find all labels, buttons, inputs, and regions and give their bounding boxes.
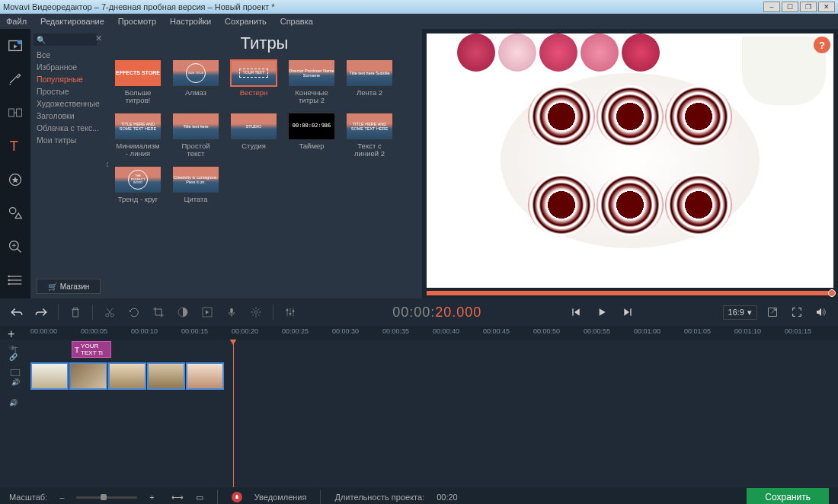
minimize-button[interactable]: –	[763, 2, 780, 12]
more-tool-icon[interactable]	[5, 270, 26, 291]
notifications-label[interactable]: Уведомления	[254, 493, 307, 502]
category-item[interactable]: Облачка с текс...	[34, 122, 104, 134]
tracks-area[interactable]: 👁 🔗 T YOUR TEXT Ti 🔊	[30, 340, 838, 487]
category-item[interactable]: Популярные	[34, 73, 104, 85]
video-clip[interactable]	[30, 362, 69, 390]
category-item[interactable]: Простые	[34, 85, 104, 97]
filters-tool-icon[interactable]	[5, 69, 26, 90]
help-icon[interactable]: ?	[814, 37, 830, 53]
title-clip[interactable]: T YOUR TEXT Ti	[72, 341, 111, 358]
category-search-input[interactable]	[34, 33, 97, 46]
properties-button[interactable]	[247, 303, 265, 321]
rotate-button[interactable]	[125, 303, 143, 321]
left-toolbar: T	[0, 29, 30, 298]
title-preset[interactable]: TITLE HERE AND SOME TEXT HEREМинимализм …	[114, 113, 162, 158]
prev-button[interactable]	[567, 303, 585, 321]
video-track[interactable]	[30, 361, 838, 393]
import-tool-icon[interactable]	[5, 35, 26, 56]
menu-help[interactable]: Справка	[280, 17, 313, 26]
zoom-tool-icon[interactable]	[5, 236, 26, 257]
stickers-tool-icon[interactable]	[5, 169, 26, 190]
close-button[interactable]: ✕	[818, 2, 835, 12]
title-thumb: SUB TITLE	[172, 59, 219, 87]
video-clip[interactable]	[147, 362, 185, 390]
play-button[interactable]	[593, 303, 611, 321]
music-track[interactable]: 🔊	[30, 393, 838, 414]
title-preset[interactable]: STUDIOСтудия	[230, 113, 277, 158]
title-preset[interactable]: SUB TITLEАлмаз	[172, 59, 219, 105]
redo-button[interactable]	[32, 303, 50, 321]
title-preset[interactable]: 00:00:02:986Таймер	[288, 113, 335, 158]
title-thumb: Director Producer Name Surname	[288, 59, 335, 87]
ruler-tick: 00:01:10	[734, 327, 761, 335]
title-preset[interactable]: EFFECTS STOREБольше титров!	[114, 59, 162, 105]
shapes-tool-icon[interactable]	[5, 203, 26, 224]
title-track[interactable]: 👁 🔗 T YOUR TEXT Ti	[30, 340, 838, 361]
volume-button[interactable]	[812, 303, 830, 321]
crop-button[interactable]	[149, 303, 168, 321]
video-clip[interactable]	[69, 362, 107, 390]
title-label: Студия	[230, 142, 277, 150]
video-track-head[interactable]: 🔊	[0, 361, 30, 393]
mic-button[interactable]	[222, 303, 241, 321]
cut-button[interactable]	[101, 303, 119, 321]
collapse-arrow-icon[interactable]: ‹	[107, 158, 109, 170]
menu-settings[interactable]: Настройки	[170, 17, 211, 26]
category-item[interactable]: Все	[34, 49, 104, 61]
fit-icon[interactable]: ⟷	[171, 493, 184, 502]
title-preset[interactable]: Title text hereПростой текст	[172, 113, 219, 158]
category-item[interactable]: Избранное	[34, 61, 104, 73]
aspect-ratio-selector[interactable]: 16:9 ▾	[723, 305, 757, 320]
category-item[interactable]: Художественные	[34, 97, 104, 110]
category-item[interactable]: Мои титры	[34, 134, 104, 146]
category-item[interactable]: Заголовки	[34, 110, 104, 122]
title-preset[interactable]: TITLE HERE AND SOME TEXT HEREТекст с лин…	[346, 113, 393, 158]
title-preset[interactable]: Title text here SubtitleЛента 2	[346, 59, 393, 105]
store-button[interactable]: 🛒 Магазин	[37, 279, 101, 294]
color-button[interactable]	[174, 303, 192, 321]
menu-save[interactable]: Сохранить	[225, 17, 267, 26]
next-button[interactable]	[619, 303, 637, 321]
undo-button[interactable]	[8, 303, 26, 321]
equalizer-button[interactable]	[281, 303, 299, 321]
delete-button[interactable]	[66, 303, 85, 321]
link-icon[interactable]: 🔗	[9, 353, 18, 361]
svg-point-21	[8, 283, 10, 285]
maximize2-button[interactable]: ❐	[800, 2, 817, 12]
seek-bar[interactable]	[427, 291, 833, 295]
menu-edit[interactable]: Редактирование	[40, 17, 104, 26]
title-label: Тренд - круг	[114, 196, 162, 203]
svg-rect-39	[631, 308, 632, 315]
fullscreen-button[interactable]	[788, 303, 806, 321]
title-preset[interactable]: Director Producer Name SurnameКонечные т…	[288, 59, 335, 105]
video-clip[interactable]	[108, 362, 146, 390]
close-categories-icon[interactable]: ✕	[95, 33, 102, 43]
save-button[interactable]: Сохранить	[747, 488, 829, 504]
list-view-icon[interactable]: ▭	[196, 493, 203, 502]
title-preset[interactable]: THE PERFECT INTROТренд - круг	[114, 166, 162, 203]
timeline-ruler[interactable]: + 00:00:0000:00:0500:00:1000:00:1500:00:…	[0, 326, 838, 340]
title-preset[interactable]: Creativity is contagious. Pass it on.Цит…	[172, 166, 219, 203]
title-preset[interactable]: YOUR TEXTВестерн	[230, 59, 277, 105]
notification-badge-icon[interactable]	[232, 492, 242, 502]
video-clip[interactable]	[186, 362, 224, 390]
maximize-button[interactable]: ☐	[782, 2, 798, 12]
mute-icon[interactable]: 🔊	[9, 399, 18, 407]
svg-point-1	[18, 40, 22, 45]
visibility-icon[interactable]: 👁	[9, 344, 17, 352]
preview-viewport[interactable]	[427, 33, 833, 288]
menu-file[interactable]: Файл	[6, 17, 27, 26]
zoom-out-icon[interactable]: –	[59, 493, 64, 502]
transitions-tool-icon[interactable]	[5, 102, 26, 123]
seek-head[interactable]	[828, 289, 836, 297]
zoom-in-icon[interactable]: +	[149, 493, 154, 502]
ruler-tick: 00:00:45	[483, 327, 510, 335]
transition-button[interactable]	[198, 303, 216, 321]
zoom-slider[interactable]	[76, 496, 137, 499]
title-thumb: STUDIO	[230, 113, 277, 140]
title-thumb: EFFECTS STORE	[114, 59, 162, 87]
playhead[interactable]	[233, 340, 234, 487]
titles-tool-icon[interactable]: T	[5, 136, 26, 157]
detach-button[interactable]	[763, 303, 782, 321]
menu-view[interactable]: Просмотр	[118, 17, 156, 26]
